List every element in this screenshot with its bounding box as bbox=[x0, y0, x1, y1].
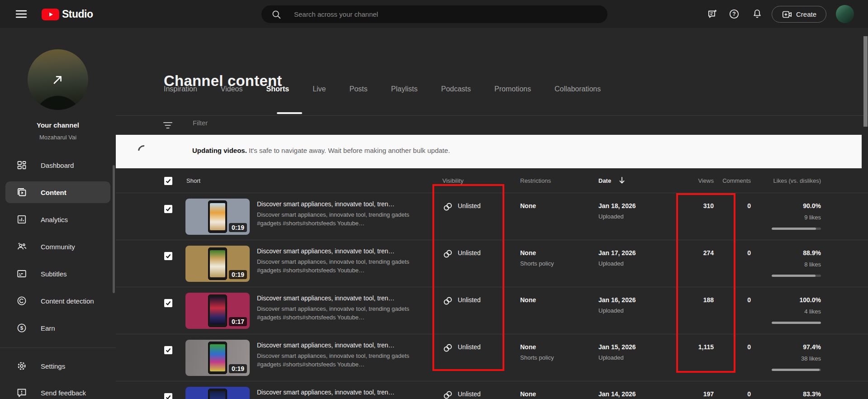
sidebar-item-earn[interactable]: $Earn bbox=[0, 317, 116, 339]
likes-percent-value: 88.9% bbox=[803, 249, 821, 256]
tab-podcasts[interactable]: Podcasts bbox=[441, 85, 471, 98]
studio-logo[interactable]: Studio bbox=[42, 8, 93, 20]
tab-collaborations[interactable]: Collaborations bbox=[555, 85, 601, 98]
tab-shorts[interactable]: Shorts bbox=[266, 85, 289, 98]
phone-graphic bbox=[208, 294, 227, 327]
column-header-date[interactable]: Date bbox=[598, 177, 611, 184]
page-scrollbar[interactable] bbox=[863, 36, 868, 127]
filter-icon bbox=[162, 119, 174, 131]
date-value: Jan 14, 2026 bbox=[598, 390, 636, 398]
tab-live[interactable]: Live bbox=[313, 85, 326, 98]
open-channel-arrow-icon bbox=[51, 73, 65, 86]
unlisted-link-icon bbox=[442, 201, 453, 212]
unlisted-link-icon bbox=[442, 342, 453, 353]
likes-percent-value: 97.4% bbox=[803, 343, 821, 351]
video-title[interactable]: Discover smart appliances, innovatve too… bbox=[257, 200, 425, 208]
date-sub-value: Uploaded bbox=[598, 260, 624, 267]
likes-ratio-bar bbox=[772, 369, 821, 371]
sidebar-item-label: Dashboard bbox=[41, 162, 74, 169]
bulk-update-banner: Updating videos. It's safe to navigate a… bbox=[116, 135, 862, 168]
sidebar: Your channel Mozaharul Vai DashboardCont… bbox=[0, 28, 116, 399]
sidebar-item-community[interactable]: Community bbox=[0, 236, 116, 257]
video-thumbnail[interactable]: 0:19 bbox=[185, 199, 250, 235]
comments-value: 0 bbox=[747, 296, 751, 304]
table-row: Discover smart appliances, innovatve too… bbox=[116, 381, 868, 399]
date-sub-value: Uploaded bbox=[598, 307, 624, 314]
column-header-visibility[interactable]: Visibility bbox=[442, 177, 464, 184]
video-title[interactable]: Discover smart appliances, innovatve too… bbox=[257, 389, 425, 396]
sidebar-item-analytics[interactable]: Analytics bbox=[0, 209, 116, 230]
visibility-value[interactable]: Unlisted bbox=[458, 390, 481, 398]
column-header-short[interactable]: Short bbox=[186, 177, 200, 184]
column-header-views[interactable]: Views bbox=[698, 177, 714, 184]
sidebar-item-subtitles[interactable]: Subtitles bbox=[0, 263, 116, 285]
phone-graphic bbox=[208, 389, 227, 399]
restrictions-sub-value: Shorts policy bbox=[520, 354, 554, 361]
tab-playlists[interactable]: Playlists bbox=[391, 85, 418, 98]
table-row: 0:19 Discover smart appliances, innovatv… bbox=[116, 334, 868, 381]
menu-icon[interactable] bbox=[15, 9, 27, 19]
settings-icon bbox=[16, 361, 27, 371]
column-header-comments[interactable]: Comments bbox=[722, 177, 751, 184]
sidebar-item-send-feedback[interactable]: Send feedback bbox=[0, 382, 116, 399]
whats-new-icon[interactable] bbox=[707, 9, 718, 19]
video-title[interactable]: Discover smart appliances, innovatve too… bbox=[257, 294, 425, 302]
tab-posts[interactable]: Posts bbox=[350, 85, 368, 98]
video-thumbnail[interactable]: 0:17 bbox=[185, 293, 250, 329]
video-thumbnail[interactable]: 0:19 bbox=[185, 340, 250, 376]
likes-count-value: 38 likes bbox=[801, 355, 821, 362]
feedback-icon bbox=[16, 387, 27, 398]
sidebar-item-label: Earn bbox=[41, 324, 55, 332]
progress-spinner-icon bbox=[136, 143, 152, 160]
earn-icon: $ bbox=[16, 323, 27, 333]
sidebar-item-content-detection[interactable]: Content detection bbox=[0, 290, 116, 312]
sidebar-item-dashboard[interactable]: Dashboard bbox=[0, 154, 116, 176]
tab-inspiration[interactable]: Inspiration bbox=[164, 85, 197, 98]
likes-ratio-bar bbox=[772, 322, 821, 324]
video-thumbnail[interactable] bbox=[185, 387, 250, 399]
phone-graphic bbox=[208, 342, 227, 374]
account-avatar[interactable] bbox=[836, 5, 854, 23]
column-header-restrictions[interactable]: Restrictions bbox=[520, 177, 551, 184]
tab-videos[interactable]: Videos bbox=[221, 85, 243, 98]
column-header-likes[interactable]: Likes (vs. dislikes) bbox=[773, 177, 821, 184]
video-title[interactable]: Discover smart appliances, innovatve too… bbox=[257, 342, 425, 349]
video-thumbnail[interactable]: 0:19 bbox=[185, 246, 250, 282]
channel-search[interactable] bbox=[261, 5, 607, 23]
notifications-icon[interactable] bbox=[752, 9, 763, 19]
search-input[interactable] bbox=[293, 10, 607, 19]
help-icon[interactable]: ? bbox=[729, 9, 740, 19]
visibility-value[interactable]: Unlisted bbox=[458, 343, 481, 351]
row-checkbox[interactable] bbox=[164, 346, 172, 354]
row-checkbox[interactable] bbox=[164, 393, 172, 399]
sidebar-item-settings[interactable]: Settings bbox=[0, 355, 116, 377]
table-row: 0:19 Discover smart appliances, innovatv… bbox=[116, 193, 868, 240]
tab-promotions[interactable]: Promotions bbox=[494, 85, 531, 98]
video-title[interactable]: Discover smart appliances, innovatve too… bbox=[257, 247, 425, 255]
unlisted-link-icon bbox=[442, 248, 453, 259]
filter-input[interactable] bbox=[192, 119, 420, 127]
banner-message-bold: Updating videos. bbox=[192, 147, 247, 154]
subtitles-icon bbox=[16, 268, 27, 279]
row-checkbox[interactable] bbox=[164, 299, 172, 307]
visibility-value[interactable]: Unlisted bbox=[458, 202, 481, 209]
restrictions-value: None bbox=[520, 390, 536, 398]
video-description: Discover smart appliances, innovatve too… bbox=[257, 210, 427, 228]
banner-message: Updating videos. It's safe to navigate a… bbox=[192, 147, 450, 154]
channel-avatar[interactable] bbox=[28, 49, 88, 110]
likes-percent-value: 100.0% bbox=[800, 296, 821, 304]
create-button[interactable]: Create bbox=[772, 6, 826, 23]
row-checkbox[interactable] bbox=[164, 205, 172, 213]
sidebar-item-content[interactable]: Content bbox=[0, 181, 116, 203]
youtube-play-icon bbox=[42, 9, 59, 20]
table-header: Short Visibility Restrictions Date Views… bbox=[116, 168, 868, 193]
visibility-value[interactable]: Unlisted bbox=[458, 249, 481, 256]
likes-percent-value: 83.3% bbox=[803, 390, 821, 398]
sidebar-item-label: Content detection bbox=[41, 297, 94, 305]
row-checkbox[interactable] bbox=[164, 252, 172, 260]
views-value: 310 bbox=[703, 202, 714, 209]
select-all-checkbox[interactable] bbox=[164, 177, 172, 185]
sidebar-scrollbar[interactable] bbox=[113, 165, 115, 293]
visibility-value[interactable]: Unlisted bbox=[458, 296, 481, 304]
comments-value: 0 bbox=[747, 202, 751, 209]
